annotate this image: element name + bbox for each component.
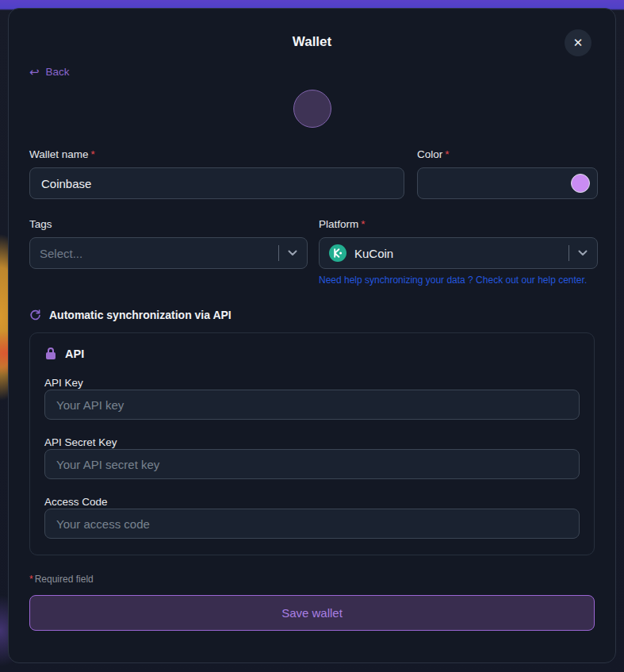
required-asterisk: * [361, 218, 365, 230]
required-asterisk: * [91, 148, 95, 160]
select-divider [568, 245, 569, 261]
access-code-input[interactable] [44, 509, 580, 539]
api-key-field: API Key [44, 375, 580, 420]
lock-icon [44, 347, 57, 360]
tags-platform-row: Tags Select... Platform* [29, 218, 595, 286]
tags-select[interactable]: Select... [29, 237, 308, 269]
wallet-name-input[interactable] [29, 167, 404, 199]
wallet-name-field: Wallet name* [29, 148, 404, 199]
wallet-modal: Wallet ✕ ↩ Back Wallet name* Color* Tags… [8, 8, 616, 663]
api-secret-key-field: API Secret Key [44, 435, 580, 479]
color-swatch[interactable] [571, 174, 590, 193]
refresh-icon [29, 309, 41, 321]
close-icon: ✕ [573, 36, 584, 49]
tags-placeholder: Select... [40, 247, 278, 260]
api-card-header: API [44, 347, 580, 360]
chevron-down-icon [578, 250, 588, 256]
help-center-link[interactable]: Need help synchronizing your data ? Chec… [319, 275, 598, 286]
color-label: Color* [417, 148, 598, 160]
api-card: API API Key API Secret Key Access Code [29, 332, 595, 555]
wallet-name-label: Wallet name* [29, 148, 404, 160]
api-secret-key-label: API Secret Key [44, 436, 117, 448]
access-code-field: Access Code [44, 494, 580, 539]
access-code-label: Access Code [44, 496, 108, 508]
avatar-container [29, 90, 595, 128]
tags-field: Tags Select... [29, 218, 308, 286]
kucoin-icon [329, 244, 346, 262]
color-picker-input[interactable] [417, 167, 598, 199]
platform-value-text: KuCoin [354, 247, 393, 260]
platform-select[interactable]: KuCoin [319, 237, 598, 269]
api-key-input[interactable] [44, 390, 580, 420]
required-asterisk: * [445, 148, 449, 160]
back-label: Back [46, 66, 70, 78]
sync-section-title: Automatic synchronization via API [49, 309, 232, 321]
platform-field: Platform* KuCoin Need [319, 218, 598, 286]
wallet-avatar [293, 90, 331, 128]
tags-label: Tags [29, 218, 308, 230]
api-secret-key-input[interactable] [44, 449, 580, 479]
close-button[interactable]: ✕ [565, 29, 591, 56]
back-link[interactable]: ↩ Back [29, 66, 70, 78]
save-wallet-button[interactable]: Save wallet [29, 595, 595, 631]
api-key-label: API Key [44, 377, 83, 389]
chevron-down-icon [288, 250, 297, 256]
back-arrow-icon: ↩ [29, 66, 40, 78]
select-divider [278, 245, 279, 261]
color-field: Color* [417, 148, 598, 199]
page-title: Wallet [29, 28, 595, 50]
api-card-title: API [65, 348, 84, 360]
required-asterisk: * [29, 574, 33, 585]
required-field-note: *Required field [29, 574, 595, 585]
sync-section-header: Automatic synchronization via API [29, 309, 595, 321]
modal-header: Wallet ✕ [29, 28, 595, 55]
platform-label: Platform* [319, 218, 598, 230]
required-note-text: Required field [35, 574, 94, 585]
name-color-row: Wallet name* Color* [29, 148, 595, 199]
platform-selected-value: KuCoin [329, 244, 568, 262]
